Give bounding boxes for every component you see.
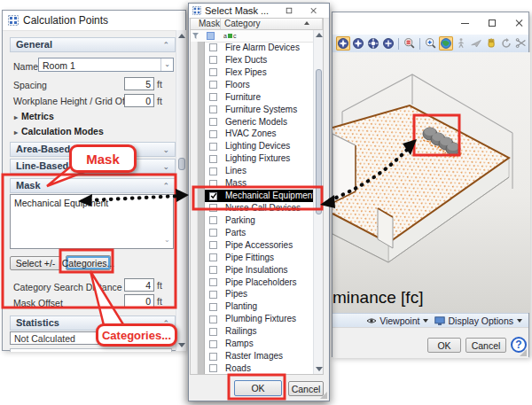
category-row[interactable]: Nurse Call Devices	[191, 202, 323, 214]
combo-dropdown-icon[interactable]: ⌄	[160, 58, 173, 71]
category-row[interactable]: Flex Ducts	[191, 54, 323, 66]
filter-row[interactable]: ac	[191, 30, 323, 43]
category-row[interactable]: Pipe Placeholders	[191, 276, 323, 289]
display-options-dropdown[interactable]: Display Options	[448, 315, 513, 326]
mask-checkbox-cell[interactable]	[205, 350, 222, 362]
mask-checkbox-cell[interactable]	[205, 66, 222, 79]
mask-checkbox-cell[interactable]	[205, 128, 222, 140]
category-row[interactable]: Planting	[191, 300, 323, 313]
category-row[interactable]: Lighting Devices	[191, 140, 323, 152]
section-scissors-icon[interactable]	[514, 36, 528, 51]
filter-checkbox-icon[interactable]	[207, 32, 215, 40]
category-row[interactable]: HVAC Zones	[191, 128, 323, 140]
mask-checkbox-cell[interactable]	[205, 288, 222, 300]
mask-checkbox-cell[interactable]	[205, 190, 222, 202]
category-row[interactable]: Parking	[191, 214, 323, 227]
mask-checkbox-cell[interactable]	[205, 79, 222, 91]
viewpoint-dropdown[interactable]: Viewpoint	[379, 315, 419, 326]
walk-icon[interactable]	[454, 36, 468, 51]
zoom-window-icon[interactable]	[403, 36, 417, 51]
mask-ok-button[interactable]: OK	[234, 380, 282, 396]
category-row[interactable]: Plumbing Fixtures	[191, 313, 323, 325]
category-search-distance-input[interactable]	[124, 278, 154, 292]
section-header-mask[interactable]: Mask⌃	[10, 178, 176, 193]
viewer-cancel-button[interactable]: Cancel	[466, 338, 506, 353]
category-row[interactable]: Roads	[191, 362, 323, 374]
category-row[interactable]: Generic Models	[191, 116, 323, 129]
resize-grip[interactable]	[520, 349, 527, 356]
category-row[interactable]: Mechanical Equipment	[191, 190, 323, 202]
category-row[interactable]: Fire Alarm Devices	[191, 42, 323, 54]
category-row[interactable]: Raster Images	[191, 350, 323, 362]
column-header-category[interactable]: Category	[221, 19, 323, 30]
category-row[interactable]: Pipe Insulations	[191, 264, 323, 276]
fly-icon[interactable]	[469, 36, 483, 51]
category-row[interactable]: Pipe Fittings	[191, 252, 323, 264]
category-row[interactable]: Lighting Fixtures	[191, 152, 323, 165]
mask-checkbox-cell[interactable]	[205, 252, 222, 264]
navigation-cube-icon[interactable]	[336, 36, 350, 51]
category-row[interactable]: Ramps	[191, 338, 323, 350]
category-row[interactable]: Mass	[191, 177, 323, 190]
name-combobox[interactable]: Room 1 ⌄	[38, 58, 174, 72]
navigation-cube-icon[interactable]	[381, 36, 395, 51]
minimize-icon[interactable]	[240, 4, 256, 17]
orbit-globe-icon[interactable]	[439, 36, 453, 51]
mask-checkbox-cell[interactable]	[205, 140, 222, 152]
mask-checkbox-cell[interactable]	[205, 313, 222, 325]
mask-checkbox-cell[interactable]	[205, 300, 222, 313]
mask-checkbox-cell[interactable]	[205, 116, 222, 129]
category-row[interactable]: Railings	[191, 325, 323, 338]
mask-list-item[interactable]: Mechanical Equipment	[14, 198, 173, 208]
category-row[interactable]: Pipes	[191, 288, 323, 300]
maximize-icon[interactable]	[281, 4, 297, 17]
mask-checkbox-cell[interactable]	[205, 276, 222, 289]
section-header-general[interactable]: General⌃	[10, 37, 176, 52]
category-row[interactable]: Furniture	[191, 91, 323, 104]
category-row[interactable]: Pipe Accessories	[191, 239, 323, 252]
mask-cancel-button[interactable]: Cancel	[288, 381, 324, 396]
category-row[interactable]: Floors	[191, 79, 323, 91]
navigation-cube-icon[interactable]	[351, 36, 365, 51]
filter-abc-icon[interactable]: ac	[223, 33, 236, 39]
mask-checkbox-cell[interactable]	[205, 202, 222, 214]
grid-scrollbar[interactable]	[313, 30, 323, 374]
workplane-input[interactable]	[124, 94, 154, 107]
mask-checkbox-cell[interactable]	[205, 239, 222, 252]
mask-checkbox-cell[interactable]	[205, 165, 222, 177]
zoom-extents-icon[interactable]	[424, 36, 438, 51]
mask-offset-input[interactable]	[124, 294, 154, 308]
mask-checkbox-cell[interactable]	[205, 338, 222, 350]
mask-checkbox-cell[interactable]	[205, 152, 222, 165]
mask-checkbox-cell[interactable]	[205, 214, 222, 227]
minimize-icon[interactable]	[455, 15, 474, 31]
resize-grip[interactable]	[320, 392, 327, 399]
select-plus-minus-button[interactable]: Select +/-	[10, 256, 61, 270]
rotate-view-icon[interactable]	[499, 36, 513, 51]
mask-list[interactable]: Mechanical Equipment	[10, 194, 174, 249]
categories-button[interactable]: Categories...	[66, 255, 111, 270]
viewport-3d[interactable]: minance [fc]	[332, 52, 530, 313]
mask-checkbox-cell[interactable]	[205, 91, 222, 104]
mask-checkbox-cell[interactable]	[205, 177, 222, 190]
category-row[interactable]: Lines	[191, 165, 323, 177]
spacing-input[interactable]	[124, 77, 154, 90]
panel-scrollbar[interactable]	[176, 30, 186, 351]
pan-hand-icon[interactable]	[484, 36, 498, 51]
mask-checkbox-cell[interactable]	[205, 54, 222, 66]
mask-checkbox-cell[interactable]	[205, 264, 222, 276]
mask-checkbox-cell[interactable]	[205, 325, 222, 338]
category-row[interactable]: Flex Pipes	[191, 66, 323, 79]
mask-checkbox-cell[interactable]	[205, 362, 222, 374]
mask-checkbox-cell[interactable]	[205, 227, 222, 239]
mask-checkbox-cell[interactable]	[205, 42, 222, 54]
category-row[interactable]: Parts	[191, 227, 323, 239]
close-icon[interactable]	[306, 4, 322, 17]
calculation-modes-expander[interactable]: ▸Calculation Modes	[14, 126, 104, 136]
maximize-icon[interactable]	[482, 15, 502, 31]
metrics-expander[interactable]: ▸Metrics	[14, 111, 54, 121]
category-row[interactable]: Furniture Systems	[191, 104, 323, 116]
mask-checkbox-cell[interactable]	[205, 104, 222, 116]
column-header-mask[interactable]: Mask	[191, 19, 221, 30]
navigation-cube-icon[interactable]	[366, 36, 380, 51]
